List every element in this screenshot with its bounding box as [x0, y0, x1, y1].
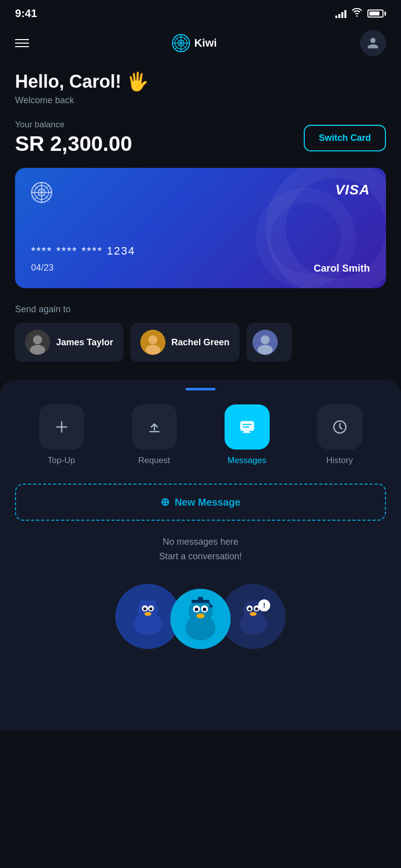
empty-state-line2: Start a conversation! [15, 549, 386, 564]
header: Kiwi [0, 25, 401, 66]
svg-text:!: ! [263, 601, 266, 609]
action-buttons: Top-Up Request Messages [15, 404, 386, 466]
svg-point-36 [149, 607, 152, 610]
status-icons [335, 8, 386, 20]
messages-label: Messages [228, 456, 266, 466]
svg-point-39 [151, 600, 156, 605]
svg-rect-25 [149, 431, 159, 432]
balance-label: Your balance [15, 120, 132, 130]
balance-row: Your balance SR 2,300.00 Switch Card [15, 120, 386, 156]
new-message-label: New Message [174, 497, 240, 508]
switch-card-button[interactable]: Switch Card [304, 125, 386, 151]
card-bottom: **** **** **** 1234 04/23 Carol Smith [31, 245, 370, 274]
svg-point-15 [33, 335, 42, 344]
messages-icon [239, 418, 256, 436]
status-time: 9:41 [15, 7, 37, 20]
mascots-section: ! [15, 584, 386, 649]
messages-button[interactable] [225, 404, 270, 450]
greeting-section: Hello, Carol! 🖐️ Welcome back [15, 71, 386, 106]
card-meta: 04/23 Carol Smith [31, 263, 370, 274]
svg-point-37 [144, 612, 151, 616]
new-message-icon: ⊕ [160, 496, 169, 509]
profile-icon [366, 37, 379, 50]
messages-action: Messages [225, 404, 270, 466]
history-icon [332, 419, 348, 435]
svg-point-18 [148, 335, 157, 344]
greeting-subtitle: Welcome back [15, 95, 386, 106]
empty-state: No messages here Start a conversation! [15, 535, 386, 564]
svg-point-35 [143, 607, 146, 610]
topup-label: Top-Up [48, 456, 75, 466]
card-expiry: 04/23 [31, 263, 54, 274]
svg-point-16 [30, 345, 45, 355]
svg-point-57 [248, 607, 251, 610]
history-action: History [317, 404, 362, 466]
svg-point-22 [258, 345, 273, 355]
request-label: Request [138, 456, 170, 466]
send-again-label: Send again to [15, 304, 386, 315]
signal-icon [335, 9, 346, 18]
card-number: **** **** **** 1234 [31, 245, 370, 258]
svg-point-59 [250, 612, 257, 616]
send-again-james[interactable]: James Taylor [15, 323, 123, 362]
history-button[interactable] [317, 404, 362, 450]
topup-action: Top-Up [39, 404, 84, 466]
svg-point-46 [203, 607, 207, 611]
kiwi-logo-icon [172, 34, 190, 52]
avatar-third [253, 330, 278, 355]
request-action: Request [132, 404, 177, 466]
svg-point-21 [261, 335, 270, 344]
svg-point-19 [145, 345, 160, 355]
logo: Kiwi [172, 34, 217, 52]
mascot-2 [170, 589, 231, 649]
greeting-title: Hello, Carol! 🖐️ [15, 71, 386, 92]
battery-icon [367, 10, 386, 18]
credit-card: VISA **** **** **** 1234 04/23 Carol Smi… [15, 168, 386, 288]
svg-point-47 [196, 613, 205, 618]
svg-rect-49 [198, 597, 203, 601]
send-again-list: James Taylor Rachel Green [15, 323, 386, 362]
hamburger-menu[interactable] [15, 39, 29, 47]
send-name-james: James Taylor [56, 337, 113, 348]
svg-rect-26 [240, 421, 254, 431]
svg-point-45 [195, 607, 198, 611]
topup-button[interactable] [39, 404, 84, 450]
card-holder-name: Carol Smith [314, 263, 370, 274]
svg-point-58 [255, 607, 258, 610]
upload-icon [146, 419, 162, 435]
logo-text: Kiwi [194, 37, 217, 50]
svg-point-38 [139, 600, 144, 605]
bottom-panel: Top-Up Request Messages [0, 380, 401, 731]
new-message-button[interactable]: ⊕ New Message [15, 484, 386, 521]
send-again-rachel[interactable]: Rachel Green [130, 323, 240, 362]
avatar-rachel [140, 330, 165, 355]
send-name-rachel: Rachel Green [171, 337, 230, 348]
balance-amount: SR 2,300.00 [15, 132, 132, 156]
empty-state-line1: No messages here [15, 535, 386, 549]
history-label: History [326, 456, 353, 466]
request-button[interactable] [132, 404, 177, 450]
svg-rect-51 [210, 605, 213, 607]
wifi-icon [351, 8, 362, 20]
balance-section: Your balance SR 2,300.00 [15, 120, 132, 156]
status-bar: 9:41 [0, 0, 401, 25]
main-content: Hello, Carol! 🖐️ Welcome back Your balan… [0, 66, 401, 362]
card-kiwi-logo [31, 182, 52, 203]
send-again-third[interactable] [247, 323, 292, 362]
profile-button[interactable] [360, 30, 386, 56]
plus-icon [54, 419, 70, 435]
avatar-james [25, 330, 50, 355]
drag-handle [185, 388, 216, 390]
